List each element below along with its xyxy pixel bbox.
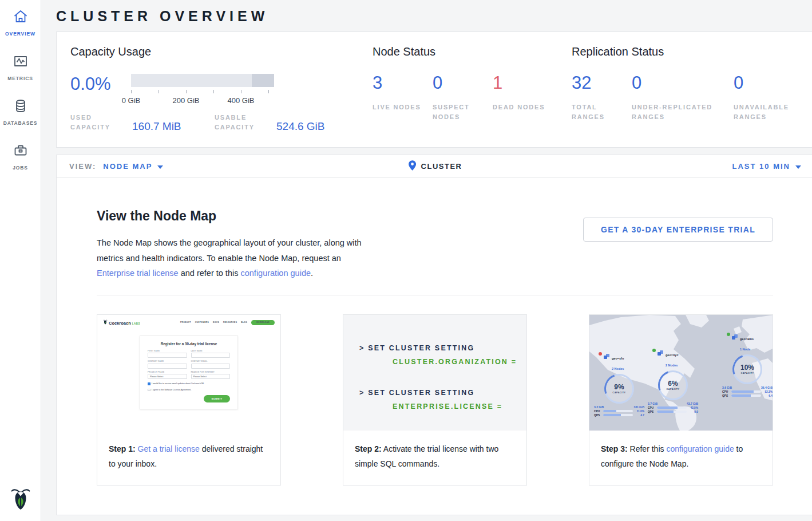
view-bar: VIEW: NODE MAP CLUSTER LAST 10 MIN [56, 155, 812, 177]
sidebar-item-label: OVERVIEW [5, 31, 35, 37]
page-title: CLUSTER OVERVIEW [56, 8, 812, 25]
unavailable-ranges-value: 0 [734, 74, 812, 92]
capacity-bar [131, 74, 274, 87]
step1-caption: Step 1: Get a trial license delivered st… [97, 431, 280, 485]
node-map-panel: View the Node Map The Node Map shows the… [56, 177, 812, 515]
step2-card: > SET CLUSTER SETTING CLUSTER.ORGANIZATI… [343, 314, 527, 486]
sidebar-item-label: DATABASES [3, 120, 38, 126]
step3-card: geo=sfo2 Nodes 9% CAPACITY 3.2 GiB331 Gi… [589, 314, 773, 486]
capacity-gauge: 6% CAPACITY [658, 370, 688, 400]
cluster-summary-panel: Capacity Usage 0.0% 0 GiB 200 GiB 400 Gi… [56, 31, 812, 148]
node-map-title: View the Node Map [97, 208, 365, 224]
section-divider [97, 295, 773, 295]
mini-site-nav: PRODUCT CUSTOMERS DOCS RESOURCES BLOG DO… [180, 320, 275, 325]
step3-text: Refer this [628, 444, 664, 453]
step2-label: Step 2: [355, 444, 382, 453]
capacity-percent: 0.0% [70, 74, 131, 93]
mini-logo-name: Cockroach [109, 321, 131, 326]
sidebar-item-label: JOBS [13, 165, 28, 171]
sidebar-item-overview[interactable]: OVERVIEW [0, 0, 41, 45]
node-status-section: Node Status 3 LIVE NODES 0 SUSPECT NODES… [373, 45, 572, 147]
axis-label-400: 400 GiB [228, 96, 255, 105]
node-cube-icon [657, 348, 664, 358]
capacity-usage-title: Capacity Usage [70, 45, 373, 58]
capacity-axis-ticks [131, 90, 274, 95]
sidebar-item-jobs[interactable]: JOBS [0, 134, 41, 179]
mini-registration-form: Register for a 30-day trial license FIRS… [140, 336, 238, 410]
cluster-breadcrumb[interactable]: CLUSTER [409, 160, 462, 172]
total-ranges-value: 32 [572, 74, 632, 92]
dead-nodes-stat: 1 DEAD NODES [493, 74, 553, 122]
live-nodes-value: 3 [373, 74, 433, 92]
map-node-ams: geo=ams1 Node 10% CAPACITY 3.6 GiB36.4 G… [722, 332, 773, 397]
sidebar-item-metrics[interactable]: METRICS [0, 45, 41, 89]
description-text: and refer to this [181, 269, 239, 278]
view-selector-dropdown[interactable]: NODE MAP [103, 162, 163, 171]
axis-label-0: 0 GiB [122, 96, 141, 105]
chevron-down-icon [157, 162, 163, 171]
dead-nodes-label: DEAD NODES [493, 102, 547, 112]
suspect-nodes-value: 0 [433, 74, 493, 92]
node-map-description: The Node Map shows the geographical layo… [97, 235, 365, 281]
mini-download-button: DOWNLOAD [251, 320, 275, 325]
used-capacity-value: 160.7 MiB [132, 120, 215, 132]
capacity-gauge: 9% CAPACITY [604, 374, 634, 404]
description-text: . [311, 269, 313, 278]
unavailable-ranges-stat: 0 UNAVAILABLE RANGES [734, 74, 812, 122]
enterprise-trial-button[interactable]: GET A 30-DAY ENTERPRISE TRIAL [583, 218, 773, 242]
axis-label-200: 200 GiB [173, 96, 200, 105]
location-pin-icon [409, 160, 416, 172]
step3-label: Step 3: [601, 444, 628, 453]
view-selector-value: NODE MAP [103, 162, 152, 171]
configuration-guide-link[interactable]: configuration guide [666, 444, 734, 453]
time-range-selector[interactable]: LAST 10 MIN [732, 162, 801, 171]
node-map-preview: geo=sfo2 Nodes 9% CAPACITY 3.2 GiB331 Gi… [589, 315, 773, 431]
dead-nodes-value: 1 [493, 74, 553, 92]
sql-commands-preview: > SET CLUSTER SETTING CLUSTER.ORGANIZATI… [343, 315, 526, 431]
step1-card: Cockroach LABS PRODUCT CUSTOMERS DOCS RE… [97, 314, 281, 486]
capacity-axis-labels: 0 GiB 200 GiB 400 GiB [131, 96, 274, 105]
configuration-guide-link[interactable]: configuration guide [240, 269, 311, 278]
unavailable-ranges-label: UNAVAILABLE RANGES [734, 102, 808, 122]
briefcase-icon [13, 143, 29, 161]
node-cube-icon [732, 332, 738, 342]
database-icon [13, 98, 29, 116]
qps-bar [603, 414, 633, 416]
home-icon [13, 9, 29, 27]
time-range-value: LAST 10 MIN [732, 162, 790, 171]
get-trial-license-link[interactable]: Get a trial license [138, 444, 200, 453]
replication-status-title: Replication Status [572, 45, 812, 58]
mini-logo-suffix: LABS [132, 322, 140, 325]
step3-caption: Step 3: Refer this configuration guide t… [589, 431, 773, 485]
suspect-nodes-stat: 0 SUSPECT NODES [433, 74, 493, 122]
live-nodes-stat: 3 LIVE NODES [373, 74, 433, 122]
mini-submit-button: SUBMIT [204, 395, 230, 402]
step1-label: Step 1: [109, 444, 136, 453]
sidebar: OVERVIEW METRICS DATABASES JOBS [0, 0, 41, 521]
cpu-bar [657, 406, 687, 409]
node-ok-badge [652, 349, 656, 352]
sidebar-item-databases[interactable]: DATABASES [0, 89, 41, 134]
replication-status-section: Replication Status 32 TOTAL RANGES 0 UND… [572, 45, 812, 147]
map-node-nyc: geo=nyc2 Nodes 6% CAPACITY 3.7 GiB43.7 G… [648, 348, 698, 413]
capacity-bar-used-segment [252, 74, 274, 87]
cpu-bar [731, 390, 761, 393]
description-text: The Node Map shows the geographical layo… [97, 238, 362, 263]
under-replicated-ranges-label: UNDER-REPLICATED RANGES [632, 102, 729, 122]
enterprise-trial-license-link[interactable]: Enterprise trial license [97, 269, 179, 278]
capacity-gauge: 10% CAPACITY [732, 354, 762, 384]
capacity-usage-section: Capacity Usage 0.0% 0 GiB 200 GiB 400 Gi… [70, 45, 373, 147]
cluster-breadcrumb-label: CLUSTER [421, 162, 462, 171]
node-cube-icon [604, 352, 610, 362]
under-replicated-ranges-stat: 0 UNDER-REPLICATED RANGES [632, 74, 734, 122]
under-replicated-ranges-value: 0 [632, 74, 734, 92]
chevron-down-icon [795, 162, 801, 171]
qps-bar [657, 411, 687, 413]
mini-cockroach-logo: Cockroach LABS [103, 319, 140, 326]
chart-icon [13, 53, 29, 72]
cpu-bar [603, 410, 633, 412]
cockroach-logo-icon [0, 487, 41, 513]
live-nodes-label: LIVE NODES [373, 102, 427, 112]
sidebar-item-label: METRICS [7, 76, 33, 81]
node-ok-badge [727, 333, 730, 336]
